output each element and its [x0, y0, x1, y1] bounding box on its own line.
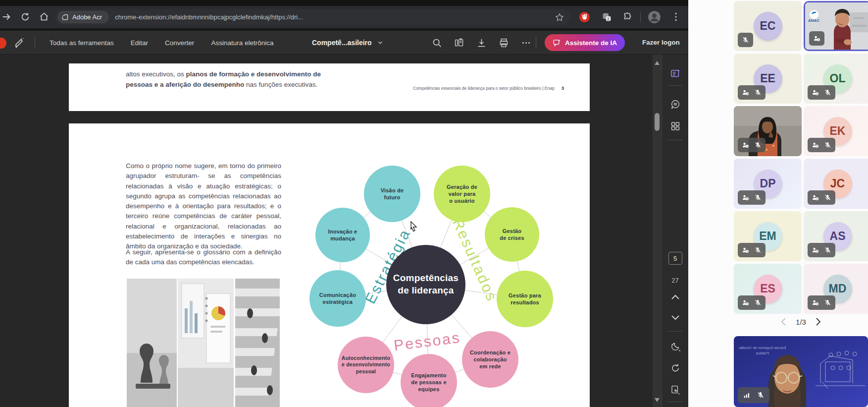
address-bar[interactable]: Adobe Acr chrome-extension://efaidnbmnnn… [55, 9, 570, 25]
acrobat-toolbar: Todas as ferramentas Editar Converter As… [0, 31, 688, 55]
meeting-panel: EC ANAC EE [688, 0, 868, 407]
participant-alert-icon [812, 89, 819, 96]
tile-pagination: 1/3 [734, 317, 868, 326]
toolbar-divider [35, 37, 35, 48]
mic-muted-icon [824, 299, 831, 306]
bubble-visao-de-futuro: Visão de futuro [364, 166, 420, 222]
extension-origin-chip[interactable]: Adobe Acr [57, 11, 109, 23]
participant-tile-ol[interactable]: OL [804, 54, 868, 104]
login-link[interactable]: Fazer logon [642, 39, 680, 46]
home-button[interactable] [39, 11, 50, 22]
previous-page-chevron-icon[interactable] [670, 293, 680, 300]
forward-button[interactable] [1, 11, 12, 22]
bubble-coordenacao: Coordenação e colaboração em rede [462, 331, 518, 388]
bubble-geracao-de-valor: Geração de valor para o usuário [434, 166, 490, 222]
browser-menu-kebab-icon[interactable] [670, 11, 681, 22]
participant-tile-ec[interactable]: EC [734, 1, 802, 51]
pdf-page-3: altos executivos, os planos de formação … [69, 63, 590, 111]
ai-assistant-panel-icon[interactable] [670, 68, 681, 79]
tile-status-badge [738, 295, 766, 310]
participant-tile-speaker-video[interactable]: ANAC [804, 1, 868, 51]
photo-chess [127, 279, 177, 407]
menu-edit[interactable]: Editar [131, 39, 148, 47]
previous-page-icon[interactable] [780, 317, 787, 326]
participant-tile-dp[interactable]: DP [734, 159, 802, 209]
tile-status-badge [808, 295, 835, 310]
tile-status-badge [809, 31, 824, 46]
menu-esign[interactable]: Assinatura eletrônica [211, 39, 273, 47]
presenter-video-tile[interactable]: Escola Superior de Gestão Pública [734, 336, 868, 407]
mic-muted-icon [754, 299, 762, 306]
mouse-cursor [409, 221, 419, 232]
next-page-icon[interactable] [815, 317, 822, 326]
comments-panel-icon[interactable] [670, 99, 681, 110]
profile-avatar[interactable] [648, 10, 661, 24]
menu-convert[interactable]: Converter [165, 39, 194, 47]
bubble-autoconhecimento: Autoconhecimento e desenvolvimento pesso… [338, 337, 394, 393]
tile-status-badge [808, 243, 835, 257]
page3-footer: Competências essenciais de liderança par… [413, 85, 564, 91]
ai-assistant-icon [553, 39, 561, 47]
bubble-gestao-de-crises: Gestão de crises [485, 207, 539, 262]
bookmark-star-icon[interactable] [555, 12, 564, 22]
tile-status-badge [808, 138, 835, 152]
theme-moon-icon[interactable] [670, 341, 681, 352]
mic-muted-icon [824, 246, 831, 254]
participant-tile-es[interactable]: ES [734, 264, 802, 314]
participant-tile-ee[interactable]: EE [734, 54, 802, 104]
signal-bars-icon [743, 391, 751, 399]
tile-status-badge [738, 243, 766, 257]
window-titlebar [0, 0, 688, 6]
extension-chip-label: Adobe Acr [72, 13, 102, 21]
participant-tile-em[interactable]: EM [734, 211, 802, 261]
extensions-puzzle-icon[interactable] [622, 12, 633, 22]
participant-tile-md[interactable]: MD [804, 264, 868, 314]
rail-divider [667, 140, 682, 140]
search-icon[interactable] [432, 38, 442, 48]
scroll-up-arrow[interactable] [654, 60, 660, 65]
page4-paragraph-2: A seguir, apresenta-se o glossário com a… [126, 247, 281, 268]
scroll-down-arrow[interactable] [654, 398, 660, 403]
adobe-logo [0, 37, 7, 49]
participant-alert-icon [813, 35, 820, 42]
toolbar-divider [536, 37, 536, 48]
screenshot-root: Adobe Acr chrome-extension://efaidnbmnnn… [0, 0, 868, 407]
tile-status-badge [808, 190, 835, 205]
viewer-scrollbar[interactable] [653, 55, 662, 407]
menu-all-tools[interactable]: Todas as ferramentas [50, 39, 114, 47]
participant-tile-jc[interactable]: JC [804, 159, 868, 209]
participant-tile-video-2[interactable] [734, 106, 802, 156]
current-page-input[interactable]: 5 [668, 252, 682, 265]
print-icon[interactable] [499, 38, 509, 48]
rotate-page-icon[interactable] [670, 363, 680, 373]
document-title-control[interactable]: Competê...asileiro [312, 31, 384, 55]
page3-body-text: altos executivos, os planos de formação … [126, 69, 339, 90]
mic-muted-icon [754, 194, 762, 201]
participant-tile-as[interactable]: AS [804, 211, 868, 261]
quick-tools-icon[interactable] [14, 37, 26, 49]
browser-toolbar: Adobe Acr chrome-extension://efaidnbmnnn… [0, 6, 688, 28]
page-view-icon[interactable] [454, 38, 464, 48]
participant-tile-ek[interactable]: EK [804, 106, 868, 156]
footer-page-number: 3 [562, 85, 564, 91]
browser-window: Adobe Acr chrome-extension://efaidnbmnnn… [0, 0, 688, 407]
participant-alert-icon [812, 299, 819, 306]
chevron-down-icon [377, 39, 384, 46]
photo-charts-notebook [178, 279, 234, 407]
mic-muted-icon [824, 194, 831, 201]
reload-button[interactable] [20, 11, 31, 22]
anac-logo-label: ANAC [808, 18, 819, 23]
rail-divider [667, 331, 682, 332]
organize-pages-icon[interactable] [670, 121, 680, 131]
url-text: chrome-extension://efaidnbmnnnibpcajpcgl… [115, 13, 303, 21]
secondary-extension-icon[interactable] [602, 12, 612, 22]
next-page-chevron-icon[interactable] [670, 314, 680, 321]
ai-assistant-button[interactable]: Assistente de IA [545, 34, 625, 51]
scrollbar-thumb[interactable] [655, 113, 660, 131]
more-options-icon[interactable] [521, 38, 531, 48]
fit-page-icon[interactable] [670, 385, 680, 395]
participant-alert-icon [812, 246, 819, 254]
download-icon[interactable] [476, 38, 487, 48]
adblock-extension-icon[interactable] [579, 11, 590, 23]
participant-alert-icon [742, 141, 749, 149]
